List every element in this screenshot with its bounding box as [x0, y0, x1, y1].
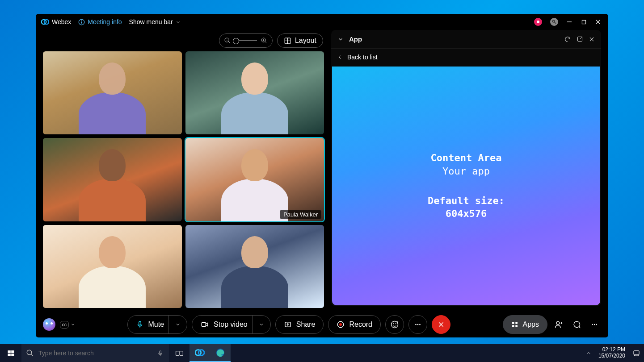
- apps-label: Apps: [523, 320, 539, 329]
- maximize-button[interactable]: [581, 19, 587, 25]
- search-input[interactable]: [38, 350, 147, 357]
- webex-taskbar-icon[interactable]: [189, 344, 210, 362]
- zoom-out-icon: [224, 37, 231, 44]
- meeting-toolbar: cc Mute Stop video Share Record: [36, 312, 608, 337]
- cc-icon: cc: [60, 321, 69, 329]
- zoom-control[interactable]: [219, 33, 273, 48]
- show-menu-bar-button[interactable]: Show menu bar: [129, 18, 181, 25]
- recording-indicator[interactable]: [534, 18, 542, 26]
- record-label: Record: [349, 320, 372, 329]
- svg-rect-4: [81, 20, 82, 21]
- grid-icon: [284, 37, 291, 45]
- chevron-down-icon: [175, 322, 181, 327]
- mic-icon: [136, 320, 144, 329]
- share-label: Share: [296, 320, 316, 329]
- stop-video-button[interactable]: Stop video: [192, 315, 271, 334]
- task-view-button[interactable]: [169, 344, 189, 362]
- record-button[interactable]: Record: [328, 315, 381, 334]
- refresh-icon[interactable]: [564, 36, 571, 43]
- svg-point-20: [417, 324, 419, 325]
- svg-point-29: [596, 324, 597, 325]
- participant-name-tag: Paula Walker: [280, 210, 321, 219]
- reactions-button[interactable]: [385, 315, 404, 334]
- default-size-label: Default size:: [428, 194, 505, 208]
- close-button[interactable]: [595, 19, 601, 25]
- svg-point-26: [556, 321, 560, 325]
- participant-tile[interactable]: [185, 51, 324, 134]
- svg-rect-36: [176, 351, 179, 355]
- participant-tile[interactable]: [43, 225, 182, 308]
- svg-rect-11: [139, 321, 141, 325]
- layout-label: Layout: [295, 37, 316, 45]
- back-label: Back to list: [347, 54, 378, 61]
- window-controls: [534, 18, 603, 26]
- meeting-info-button[interactable]: Meeting info: [78, 18, 122, 25]
- zoom-slider[interactable]: [235, 40, 257, 41]
- chevron-down-icon: [176, 20, 181, 25]
- popout-icon[interactable]: [577, 36, 583, 42]
- leave-meeting-button[interactable]: [432, 315, 450, 334]
- start-button[interactable]: [0, 344, 21, 362]
- app-panel-title: App: [349, 35, 362, 43]
- video-area: Layout Paula Walker: [43, 30, 324, 312]
- edge-icon: [215, 348, 225, 358]
- participant-tile[interactable]: [43, 138, 182, 221]
- notifications-icon[interactable]: [632, 349, 640, 357]
- titlebar: Webex Meeting info Show menu bar: [36, 14, 608, 30]
- app-panel: App Back to list Content Area Your app D…: [331, 30, 601, 306]
- captions-button[interactable]: cc: [60, 321, 75, 329]
- app-logo: Webex: [41, 18, 71, 26]
- app-panel-header: App: [331, 30, 601, 49]
- mute-label: Mute: [148, 320, 164, 329]
- voice-search-icon[interactable]: [151, 344, 169, 362]
- app-name: Webex: [52, 18, 71, 25]
- chevron-down-icon[interactable]: [337, 36, 344, 42]
- chat-button[interactable]: [570, 320, 583, 329]
- edge-taskbar-icon[interactable]: [210, 344, 231, 362]
- video-icon: [200, 320, 209, 329]
- svg-rect-3: [81, 21, 82, 23]
- share-button[interactable]: Share: [275, 315, 324, 334]
- mute-options[interactable]: [168, 316, 187, 333]
- assistant-icon[interactable]: [43, 318, 55, 331]
- default-size-value: 604x576: [446, 207, 487, 221]
- apps-button[interactable]: Apps: [503, 315, 547, 334]
- person-icon: [554, 320, 563, 329]
- taskbar-clock[interactable]: 02:12 PM 15/07/2020: [594, 347, 630, 359]
- svg-point-28: [594, 324, 595, 325]
- participant-tile[interactable]: Paula Walker: [185, 138, 324, 221]
- layout-controls: Layout: [43, 30, 324, 51]
- svg-rect-23: [515, 322, 518, 324]
- webex-icon: [41, 18, 49, 26]
- panel-options-button[interactable]: [588, 320, 601, 329]
- apps-icon: [511, 321, 518, 328]
- more-options-button[interactable]: [408, 315, 427, 334]
- security-key-icon[interactable]: [550, 18, 558, 26]
- participant-tile[interactable]: [185, 225, 324, 308]
- minimize-icon: [567, 19, 572, 25]
- chevron-down-icon: [259, 322, 264, 327]
- task-view-icon: [175, 349, 184, 358]
- system-tray: 02:12 PM 15/07/2020: [586, 347, 644, 359]
- svg-rect-41: [634, 351, 639, 355]
- svg-rect-30: [8, 350, 10, 353]
- layout-button[interactable]: Layout: [277, 33, 323, 48]
- meeting-info-label: Meeting info: [88, 18, 122, 25]
- mute-button[interactable]: Mute: [127, 315, 188, 334]
- participant-tile[interactable]: [43, 51, 182, 134]
- svg-rect-12: [202, 323, 206, 327]
- maximize-icon: [581, 20, 586, 25]
- taskbar-search[interactable]: [21, 344, 169, 362]
- tray-chevron-icon[interactable]: [586, 350, 591, 356]
- content-subtitle: Your app: [442, 165, 490, 178]
- close-icon[interactable]: [589, 36, 595, 42]
- svg-point-21: [419, 324, 421, 325]
- close-icon: [595, 19, 601, 25]
- participants-button[interactable]: [552, 320, 565, 329]
- show-menu-label: Show menu bar: [129, 18, 173, 25]
- back-to-list-button[interactable]: Back to list: [331, 49, 601, 66]
- stop-video-label: Stop video: [214, 320, 248, 329]
- video-options[interactable]: [252, 316, 270, 333]
- svg-point-34: [27, 350, 32, 355]
- minimize-button[interactable]: [566, 19, 572, 25]
